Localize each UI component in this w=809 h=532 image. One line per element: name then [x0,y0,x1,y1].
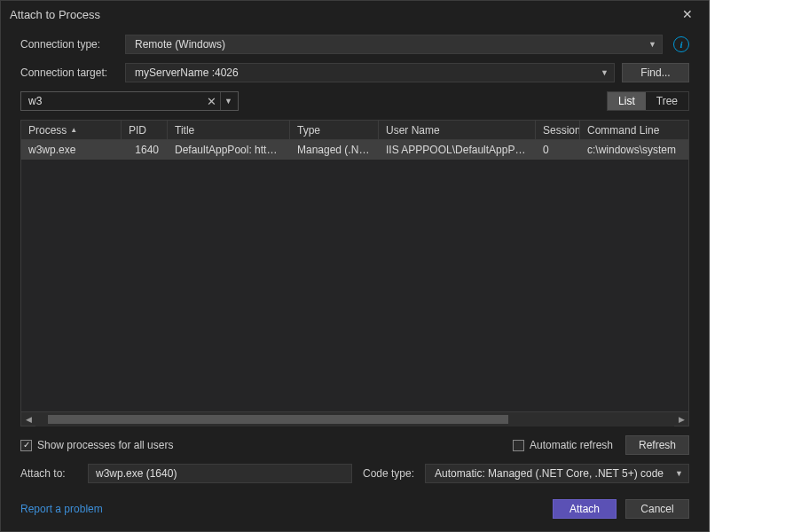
view-tree-button[interactable]: Tree [646,92,688,110]
connection-type-row: Connection type: Remote (Windows) ▼ i [20,35,689,54]
connection-target-row: Connection target: myServerName :4026 ▼ … [20,63,689,82]
options-row: Show processes for all users Automatic r… [20,435,689,455]
code-type-combo[interactable]: Automatic: Managed (.NET Core, .NET 5+) … [425,464,689,483]
filter-box: ✕ ▼ [20,91,239,111]
connection-type-label: Connection type: [20,38,118,51]
cell-user: IIS APPPOOL\DefaultAppPool [379,144,536,156]
connection-type-combo[interactable]: Remote (Windows) ▼ [125,35,663,54]
connection-target-label: Connection target: [20,66,118,79]
attach-to-process-dialog: Attach to Process ✕ Connection type: Rem… [0,0,710,532]
scroll-right-icon[interactable]: ▶ [674,412,688,426]
info-icon[interactable]: i [673,36,689,52]
show-all-users-check[interactable]: Show processes for all users [20,439,173,451]
table-row[interactable]: w3wp.exe 1640 DefaultAppPool: http:... M… [21,140,688,160]
scroll-track[interactable] [35,412,674,426]
titlebar: Attach to Process ✕ [1,1,709,27]
footer: Report a problem Attach Cancel [1,490,709,531]
attach-to-label: Attach to: [20,467,77,480]
cancel-button[interactable]: Cancel [625,499,689,519]
cell-process: w3wp.exe [21,144,122,156]
sort-asc-icon: ▲ [70,126,77,134]
automatic-refresh-check[interactable]: Automatic refresh [513,439,613,451]
close-icon[interactable]: ✕ [675,4,700,24]
dialog-title: Attach to Process [10,8,100,21]
view-list-button[interactable]: List [608,92,646,110]
connection-target-value: myServerName :4026 [135,66,239,79]
connection-target-combo[interactable]: myServerName :4026 ▼ [125,63,615,82]
filter-row: ✕ ▼ List Tree [20,91,689,111]
grid-body: w3wp.exe 1640 DefaultAppPool: http:... M… [21,140,688,411]
connection-type-value: Remote (Windows) [135,38,225,51]
chevron-down-icon: ▼ [648,40,656,49]
column-pid[interactable]: PID [122,121,168,139]
filter-chevron-down-icon[interactable]: ▼ [220,92,236,110]
column-title[interactable]: Title [168,121,290,139]
cell-title: DefaultAppPool: http:... [168,144,290,156]
column-user[interactable]: User Name [379,121,536,139]
cell-pid: 1640 [122,144,168,156]
report-problem-link[interactable]: Report a problem [20,503,103,515]
checkbox-checked-icon[interactable] [20,440,32,451]
scroll-left-icon[interactable]: ◀ [21,412,35,426]
attach-to-value: w3wp.exe (1640) [96,467,177,480]
grid-header: Process ▲ PID Title Type User Name Sessi… [21,121,688,140]
cell-type: Managed (.NE... [290,144,379,156]
horizontal-scrollbar[interactable]: ◀ ▶ [21,411,688,426]
automatic-refresh-label: Automatic refresh [530,439,613,451]
cell-cmd: c:\windows\system [580,144,688,156]
scroll-thumb[interactable] [48,415,507,424]
column-type[interactable]: Type [290,121,379,139]
dialog-body: Connection type: Remote (Windows) ▼ i Co… [1,27,709,490]
attach-to-field[interactable]: w3wp.exe (1640) [88,464,352,483]
cell-session: 0 [536,144,580,156]
process-grid: Process ▲ PID Title Type User Name Sessi… [20,120,689,426]
refresh-button[interactable]: Refresh [625,435,689,455]
column-process[interactable]: Process ▲ [21,121,122,139]
chevron-down-icon: ▼ [675,469,683,478]
view-toggle: List Tree [607,91,689,111]
code-type-label: Code type: [363,467,414,480]
find-button[interactable]: Find... [622,63,689,82]
chevron-down-icon: ▼ [601,68,609,77]
clear-icon[interactable]: ✕ [203,95,220,108]
column-cmd[interactable]: Command Line [580,121,688,139]
show-all-users-label: Show processes for all users [37,439,173,451]
checkbox-unchecked-icon[interactable] [513,440,524,451]
filter-input[interactable] [28,95,203,107]
column-session[interactable]: Session [536,121,580,139]
code-type-value: Automatic: Managed (.NET Core, .NET 5+) … [435,467,664,480]
footer-buttons: Attach Cancel [553,499,689,519]
attach-to-row: Attach to: w3wp.exe (1640) Code type: Au… [20,464,689,483]
attach-button[interactable]: Attach [553,499,617,519]
